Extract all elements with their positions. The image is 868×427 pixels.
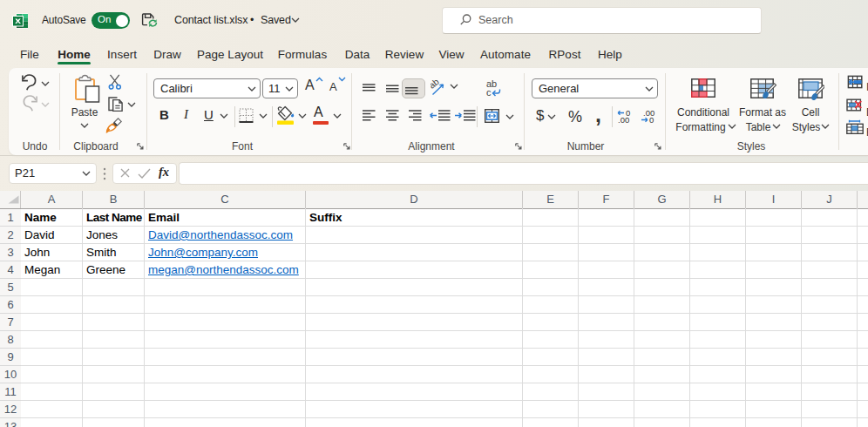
svg-text:.00: .00: [618, 115, 629, 124]
svg-text:c: c: [486, 87, 492, 98]
svg-text:0: 0: [649, 115, 654, 124]
